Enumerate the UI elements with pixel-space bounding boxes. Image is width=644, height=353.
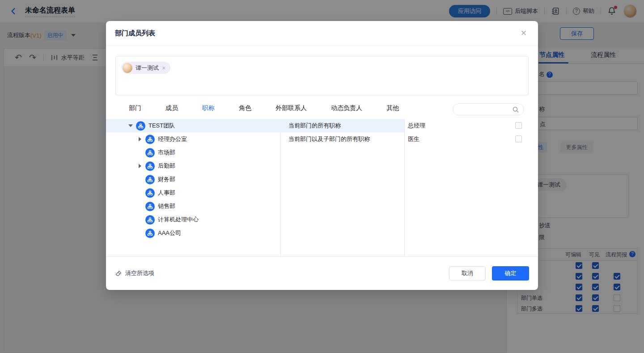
selected-member-chip: 谭一测试 × (121, 62, 170, 74)
confirm-button[interactable]: 确定 (492, 266, 529, 281)
org-icon (145, 148, 155, 157)
selection-columns: TEST团队 经理办公室市场部后勤部财务部人事部销售部计算机处理中心AAA公司 … (106, 119, 538, 256)
clear-selection-button[interactable]: 清空所选项 (115, 269, 154, 277)
scope-options-column: 当前部门的所有职称 当前部门以及子部门的所有职称 (280, 119, 404, 256)
department-member-modal: 部门成员列表 × 谭一测试 × 部门 成员 职称 角色 外部联系人 动态负责人 … (106, 21, 538, 290)
cancel-button[interactable]: 取消 (449, 266, 486, 281)
tree-node[interactable]: 计算机处理中心 (106, 213, 280, 226)
tree-node[interactable]: 财务部 (106, 173, 280, 186)
tree-node[interactable]: AAA公司 (106, 226, 280, 240)
tree-node-label: 人事部 (158, 189, 175, 197)
expand-arrow-icon[interactable] (136, 164, 144, 168)
tree-node-label: 后勤部 (158, 162, 175, 170)
tree-node-label: 市场部 (158, 149, 175, 157)
tree-node-label: 经理办公室 (158, 135, 187, 143)
modal-title: 部门成员列表 (115, 29, 155, 38)
modal-header: 部门成员列表 × (106, 21, 538, 46)
search-input[interactable] (453, 103, 524, 115)
org-icon (145, 215, 155, 225)
app-window: 未命名流程表单 应用访问 </> 后端脚本 ? 帮助 (0, 0, 644, 353)
tree-node[interactable]: 市场部 (106, 146, 280, 159)
collapse-arrow-icon[interactable] (127, 124, 134, 127)
tree-node[interactable]: 后勤部 (106, 159, 280, 173)
scope-option[interactable]: 当前部门的所有职称 (280, 119, 404, 132)
org-icon (136, 121, 145, 131)
tree-node-label: 财务部 (158, 175, 175, 183)
tree-node-root[interactable]: TEST团队 (106, 119, 280, 132)
tab-other[interactable]: 其他 (386, 102, 399, 118)
org-icon (145, 135, 155, 144)
org-icon (145, 162, 155, 171)
tab-member[interactable]: 成员 (165, 102, 178, 118)
search-icon (512, 106, 519, 113)
tab-role[interactable]: 角色 (239, 102, 251, 118)
job-title-checkbox[interactable] (515, 122, 522, 129)
tree-node-label: 计算机处理中心 (158, 216, 199, 224)
tree-node-label: 销售部 (158, 202, 175, 210)
tree-node[interactable]: 人事部 (106, 186, 280, 200)
org-icon (145, 175, 155, 184)
tree-node[interactable]: 销售部 (106, 200, 280, 213)
job-titles-column: 总经理 医生 (404, 119, 529, 256)
tab-department[interactable]: 部门 (129, 102, 141, 118)
department-tree: TEST团队 经理办公室市场部后勤部财务部人事部销售部计算机处理中心AAA公司 (106, 119, 280, 256)
scope-option[interactable]: 当前部门以及子部门的所有职称 (280, 132, 404, 146)
remove-member-icon[interactable]: × (162, 64, 166, 71)
org-icon (145, 202, 155, 211)
job-title-row[interactable]: 总经理 (404, 119, 529, 132)
org-icon (145, 229, 155, 238)
tab-external-contact[interactable]: 外部联系人 (275, 102, 307, 118)
tree-node[interactable]: 经理办公室 (106, 132, 280, 146)
tree-children: 经理办公室市场部后勤部财务部人事部销售部计算机处理中心AAA公司 (106, 132, 280, 240)
job-title-checkbox[interactable] (515, 136, 522, 142)
tree-node-label: AAA公司 (158, 229, 181, 237)
member-name: 谭一测试 (136, 64, 159, 72)
job-title-row[interactable]: 医生 (404, 132, 529, 146)
selected-members-box[interactable]: 谭一测试 × (115, 56, 529, 95)
tab-job-title[interactable]: 职称 (202, 102, 215, 118)
member-avatar (123, 63, 132, 73)
tree-node-label: TEST团队 (148, 122, 175, 130)
close-icon[interactable]: × (517, 27, 530, 40)
expand-arrow-icon[interactable] (136, 137, 144, 141)
modal-footer: 清空所选项 取消 确定 (106, 256, 538, 290)
tab-dynamic-owner[interactable]: 动态负责人 (331, 102, 362, 118)
eraser-icon (115, 270, 122, 277)
org-icon (145, 188, 155, 198)
